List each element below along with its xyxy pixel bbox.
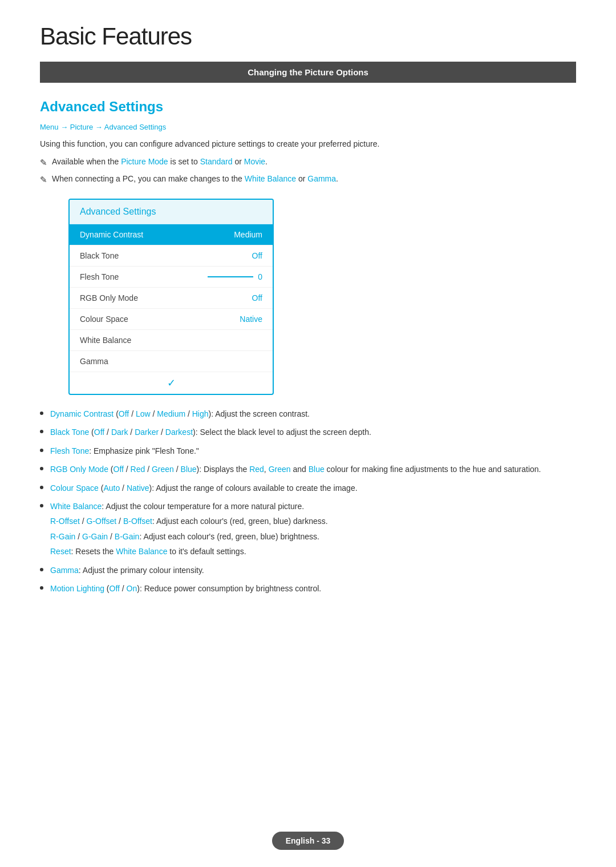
sub-bullet: R-Gain / G-Gain / B-Gain: Adjust each co… (50, 530, 576, 543)
bullet-item-dynamic-contrast: Dynamic Contrast (Off / Low / Medium / H… (40, 408, 576, 420)
bullet-content: RGB Only Mode (Off / Red / Green / Blue)… (50, 463, 576, 475)
plain-text: ( (104, 584, 110, 593)
link-text: Auto (103, 483, 120, 493)
plain-text: : Resets the (71, 547, 116, 556)
bullet-dot (40, 467, 43, 470)
note1-icon: ✎ (40, 156, 47, 170)
link-text: Red (249, 465, 264, 474)
bullet-dot (40, 486, 43, 489)
bullet-dot (40, 568, 43, 571)
link-text: Gamma (50, 566, 79, 575)
menu-item-value: 0 (208, 272, 262, 281)
tv-menu-item-dynamic-contrast[interactable]: Dynamic ContrastMedium (70, 224, 273, 245)
menu-item-label: Black Tone (80, 251, 119, 260)
link-text: Off (94, 428, 104, 437)
plain-text: to it's default settings. (167, 547, 246, 556)
tv-menu-item-colour-space[interactable]: Colour SpaceNative (70, 309, 273, 330)
link-text: Off (110, 584, 120, 593)
note1-text: Available when the Picture Mode is set t… (52, 156, 268, 168)
plain-text: / (185, 409, 192, 418)
plain-text: / (129, 409, 136, 418)
plain-text: and (291, 465, 309, 474)
link-text: R-Offset (50, 517, 80, 526)
bullet-list: Dynamic Contrast (Off / Low / Medium / H… (40, 408, 576, 595)
bullet-dot (40, 449, 43, 452)
bullet-content: Dynamic Contrast (Off / Low / Medium / H… (50, 408, 576, 420)
footer-badge: English - 33 (272, 832, 345, 850)
link-text: Green (152, 465, 174, 474)
link-text: Dynamic Contrast (50, 409, 114, 418)
bullet-item-gamma: Gamma: Adjust the primary colour intensi… (40, 564, 576, 576)
breadcrumb-picture: Picture (70, 123, 93, 131)
breadcrumb-arrow1: → (59, 123, 70, 131)
plain-text: : Adjust the colour temperature for a mo… (102, 502, 304, 511)
page-container: Basic Features Changing the Picture Opti… (0, 0, 616, 635)
bullet-content: White Balance: Adjust the colour tempera… (50, 500, 576, 558)
plain-text: / (174, 465, 181, 474)
plain-text: / (75, 532, 82, 541)
advanced-settings-title: Advanced Settings (40, 99, 576, 115)
tv-menu-item-white-balance[interactable]: White Balance (70, 330, 273, 351)
plain-text: ( (114, 409, 119, 418)
bullet-content: Motion Lighting (Off / On): Reduce power… (50, 582, 576, 595)
bullet-dot (40, 504, 43, 507)
menu-item-value: Off (252, 293, 262, 303)
sub-bullet: R-Offset / G-Offset / B-Offset: Adjust e… (50, 515, 576, 527)
plain-text: ): Adjust the screen contrast. (209, 409, 310, 418)
menu-item-value: Native (240, 314, 262, 324)
plain-text: colour for making fine adjustments to th… (325, 465, 541, 474)
tv-menu-header: Advanced Settings (70, 200, 273, 224)
plain-text: / (108, 532, 115, 541)
link-text: Green (269, 465, 291, 474)
breadcrumb-menu: Menu (40, 123, 59, 131)
menu-item-value: Medium (234, 230, 262, 239)
plain-text: / (120, 483, 127, 493)
link-text: Off (119, 409, 129, 418)
tv-menu-item-flesh-tone[interactable]: Flesh Tone0 (70, 267, 273, 288)
bullet-item-motion-lighting: Motion Lighting (Off / On): Reduce power… (40, 582, 576, 595)
bullet-content: Colour Space (Auto / Native): Adjust the… (50, 482, 576, 494)
note1: ✎ Available when the Picture Mode is set… (40, 156, 576, 170)
link-text: Colour Space (50, 483, 99, 493)
breadcrumb-arrow2: → (93, 123, 104, 131)
plain-text: / (104, 428, 111, 437)
plain-text: / (124, 465, 131, 474)
tv-menu-box: Advanced Settings Dynamic ContrastMedium… (68, 199, 274, 395)
link-text: B-Offset (123, 517, 152, 526)
plain-text: / (80, 517, 87, 526)
link-text: Darker (135, 428, 159, 437)
tv-menu-items: Dynamic ContrastMediumBlack ToneOffFlesh… (70, 224, 273, 372)
plain-text: ): Select the black level to adjust the … (193, 428, 371, 437)
menu-item-label: RGB Only Mode (80, 293, 138, 303)
link-text: G-Offset (87, 517, 117, 526)
plain-text: , (264, 465, 269, 474)
plain-text: ): Adjust the range of colours available… (149, 483, 358, 493)
link-text: Reset (50, 547, 71, 556)
tv-menu-item-black-tone[interactable]: Black ToneOff (70, 245, 273, 267)
link-text: R-Gain (50, 532, 75, 541)
bullet-item-colour-space: Colour Space (Auto / Native): Adjust the… (40, 482, 576, 494)
plain-text: ( (108, 465, 114, 474)
link-text: White Balance (50, 502, 102, 511)
page-footer: English - 33 (0, 832, 616, 850)
bullet-dot (40, 586, 43, 590)
flesh-bar-line (208, 276, 253, 277)
bullet-item-black-tone: Black Tone (Off / Dark / Darker / Darkes… (40, 426, 576, 438)
link-text: Medium (157, 409, 185, 418)
menu-item-value: Off (252, 251, 262, 260)
link-text: Motion Lighting (50, 584, 104, 593)
plain-text: ): Reduce power consumption by brightnes… (137, 584, 321, 593)
link-text: White Balance (116, 547, 167, 556)
plain-text: : Adjust each colour's (red, green, blue… (139, 532, 319, 541)
bullet-content: Gamma: Adjust the primary colour intensi… (50, 564, 576, 576)
plain-text: : Adjust each colour's (red, green, blue… (152, 517, 328, 526)
bullet-item-rgb-only-mode: RGB Only Mode (Off / Red / Green / Blue)… (40, 463, 576, 475)
plain-text: / (145, 465, 152, 474)
note2-icon: ✎ (40, 174, 47, 187)
tv-menu-item-gamma[interactable]: Gamma (70, 351, 273, 372)
link-text: High (192, 409, 209, 418)
plain-text: / (128, 428, 135, 437)
link-text: G-Gain (82, 532, 108, 541)
tv-menu-item-rgb-only-mode[interactable]: RGB Only ModeOff (70, 288, 273, 309)
link-text: Black Tone (50, 428, 89, 437)
